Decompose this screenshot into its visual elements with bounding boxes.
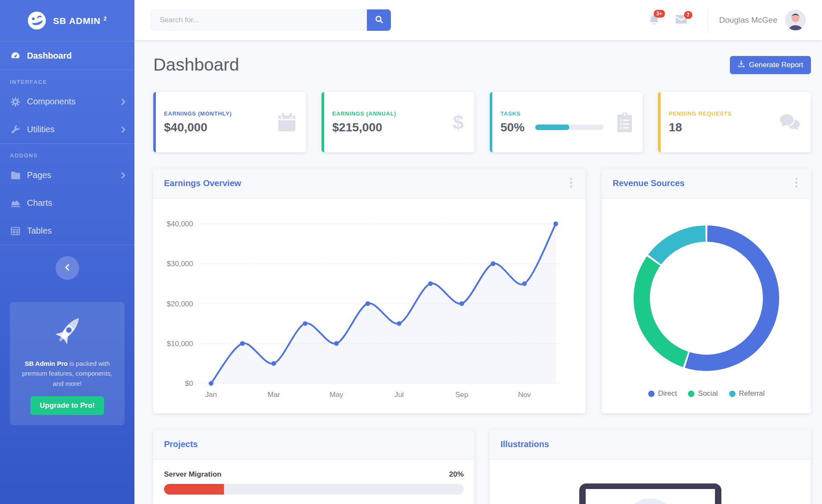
table-icon (10, 227, 21, 235)
svg-text:$40,000: $40,000 (167, 220, 193, 228)
stat-card-earnings-monthly: EARNINGS (MONTHLY) $40,000 (153, 92, 306, 152)
dollar-sign-icon: $ (453, 111, 464, 134)
stat-value: 18 (669, 121, 780, 134)
donut-legend: DirectSocialReferral (648, 389, 765, 398)
stat-label: EARNINGS (MONTHLY) (164, 110, 278, 117)
svg-text:Sep: Sep (455, 391, 468, 399)
sidebar-item-pages[interactable]: Pages (0, 161, 134, 189)
card-title: Projects (164, 439, 198, 449)
laugh-wink-icon (25, 9, 48, 32)
project-progress-fill (164, 484, 224, 495)
download-icon (738, 60, 745, 70)
card-title: Earnings Overview (164, 178, 241, 188)
stat-label: TASKS (500, 110, 617, 117)
legend-label: Referral (739, 389, 765, 398)
illustrations-card: Illustrations (490, 430, 811, 504)
topbar-divider (708, 9, 708, 31)
tachometer-icon (10, 50, 21, 61)
sidebar-item-label: Pages (27, 170, 51, 180)
chevron-right-icon (121, 126, 126, 133)
svg-text:$30,000: $30,000 (167, 260, 193, 268)
legend-item-direct[interactable]: Direct (648, 389, 677, 398)
revenue-donut-chart (602, 206, 811, 382)
svg-text:$20,000: $20,000 (167, 300, 193, 308)
sidebar-heading-addons: ADDONS (0, 144, 134, 161)
topbar: 3+ 7 Douglas McGee (134, 0, 822, 40)
legend-item-social[interactable]: Social (688, 389, 718, 398)
project-name: Server Migration (164, 470, 221, 479)
earnings-menu-button[interactable] (567, 175, 575, 192)
chevron-right-icon (121, 172, 126, 179)
avatar[interactable] (785, 10, 806, 30)
legend-label: Direct (658, 389, 677, 398)
alerts-badge: 3+ (654, 10, 665, 18)
sidebar-heading-interface: INTERFACE (0, 70, 134, 88)
svg-text:Nov: Nov (518, 391, 531, 399)
sidebar: SB ADMIN 2 Dashboard INTERFACE Co (0, 0, 134, 504)
calendar-icon (278, 113, 295, 132)
stat-card-pending-requests: PENDING REQUESTS 18 (658, 92, 811, 152)
tasks-progress-track (535, 125, 604, 130)
svg-text:May: May (330, 391, 344, 399)
rocket-illustration (18, 311, 117, 353)
search-form (151, 9, 391, 31)
generate-report-button[interactable]: Generate Report (730, 56, 811, 74)
stat-value: $215,000 (332, 121, 453, 134)
gear-icon (10, 97, 21, 107)
revenue-menu-button[interactable] (792, 175, 800, 192)
sidebar-item-tables[interactable]: Tables (0, 217, 134, 245)
card-title: Illustrations (500, 439, 549, 449)
search-button[interactable] (367, 9, 391, 31)
svg-text:$10,000: $10,000 (167, 340, 193, 348)
sidebar-item-components[interactable]: Components (0, 88, 134, 116)
sidebar-item-label: Tables (27, 226, 52, 236)
messages-button[interactable]: 7 (675, 15, 687, 26)
upgrade-button[interactable]: Upgrade to Pro! (30, 396, 104, 415)
stat-value: 50% (500, 121, 524, 134)
brand[interactable]: SB ADMIN 2 (0, 0, 134, 41)
sidebar-item-label: Components (27, 97, 75, 107)
legend-label: Social (698, 389, 718, 398)
brand-title: SB ADMIN 2 (53, 15, 107, 26)
main-content: Dashboard Generate Report EARNINGS (MONT… (134, 0, 822, 504)
ellipsis-v-icon (570, 178, 572, 189)
legend-item-referral[interactable]: Referral (729, 389, 765, 398)
sidebar-item-label: Utilities (27, 125, 54, 134)
svg-text:Jul: Jul (394, 391, 404, 399)
stat-cards-row: EARNINGS (MONTHLY) $40,000 EARNINGS (ANN… (153, 92, 811, 152)
svg-text:Jan: Jan (205, 391, 217, 399)
stat-value: $40,000 (164, 121, 278, 134)
stat-label: PENDING REQUESTS (669, 110, 780, 117)
project-percent: 20% (449, 470, 464, 479)
tasks-progress-fill (535, 125, 569, 130)
sidebar-divider (0, 245, 134, 245)
user-name[interactable]: Douglas McGee (719, 15, 777, 25)
clipboard-list-icon (617, 113, 632, 132)
sidebar-item-charts[interactable]: Charts (0, 189, 134, 217)
messages-badge: 7 (684, 11, 692, 19)
search-icon (375, 15, 383, 25)
chart-area-icon (10, 199, 21, 208)
wrench-icon (10, 125, 21, 134)
legend-dot (688, 391, 694, 397)
sidebar-collapse-button[interactable] (56, 256, 79, 280)
sidebar-item-dashboard[interactable]: Dashboard (0, 42, 134, 70)
stat-card-earnings-annual: EARNINGS (ANNUAL) $215,000 $ (322, 92, 474, 152)
svg-text:$0: $0 (185, 379, 193, 388)
chevron-right-icon (121, 98, 126, 105)
svg-text:Mar: Mar (268, 391, 280, 399)
earnings-overview-card: Earnings Overview $0$10,000$20,000$30,00… (153, 169, 586, 413)
upgrade-text: SB Admin Pro is packed with premium feat… (18, 359, 117, 388)
projects-card: Projects Server Migration 20% (153, 430, 474, 504)
earnings-line-chart: $0$10,000$20,000$30,000$40,000JanMarMayJ… (161, 207, 578, 402)
sidebar-item-utilities[interactable]: Utilities (0, 116, 134, 143)
legend-dot (729, 391, 736, 397)
revenue-sources-card: Revenue Sources DirectSocialReferral (602, 169, 811, 413)
card-title: Revenue Sources (613, 178, 685, 188)
laptop-illustration (579, 483, 721, 504)
alerts-button[interactable]: 3+ (649, 13, 660, 27)
search-input[interactable] (151, 9, 367, 31)
ellipsis-v-icon (795, 178, 798, 189)
page-title: Dashboard (153, 55, 239, 75)
project-progress-track (164, 484, 464, 495)
